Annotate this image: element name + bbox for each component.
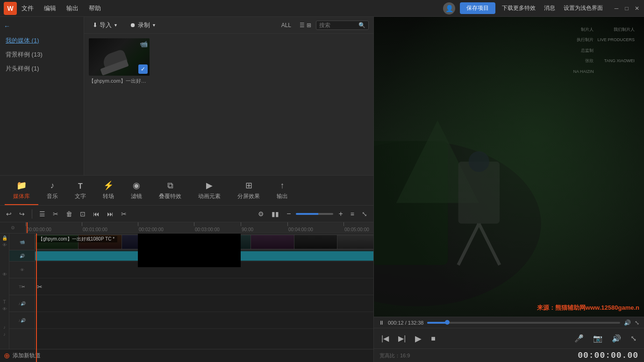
timeline-tracks: 🔒 👁 👁 T 👁 ♪ ♪ 📹 [0, 234, 373, 362]
text-track-icon[interactable]: T [3, 299, 6, 305]
goto-start-button[interactable]: |◀ [379, 332, 392, 345]
back-icon[interactable]: ← [4, 22, 10, 30]
timeline-menu-button[interactable]: ≡ [348, 209, 357, 219]
menu-help[interactable]: 帮助 [87, 3, 103, 14]
download-effects-button[interactable]: 下载更多特效 [500, 3, 537, 13]
undo-button[interactable]: ↩ [4, 209, 14, 219]
text-track-label: T ✂ [9, 278, 35, 295]
menu-export[interactable]: 输出 [64, 3, 80, 14]
left-panel: ← 我的媒体 (1) 背景样例 (13) 片头样例 (1) ⬇ 导入 ▼ ⏺ 录… [0, 17, 374, 362]
waveform-button[interactable]: ▮▮ [269, 209, 281, 219]
sidebar-item-title-samples[interactable]: 片头样例 (1) [0, 62, 84, 76]
redo-button[interactable]: ↪ [17, 209, 27, 219]
play-button[interactable]: ▶ [412, 332, 424, 346]
track-side-controls: 🔒 👁 👁 T 👁 ♪ ♪ [0, 234, 9, 362]
separator [32, 209, 32, 219]
delete-button[interactable]: 🗑 [64, 209, 75, 219]
search-icon: 🔍 [358, 22, 365, 28]
timeline-right-controls: ⚙ ▮▮ − + ≡ ⤡ [256, 208, 370, 220]
video-camera-icon: 📹 [140, 40, 148, 48]
media-toolbar: ⬇ 导入 ▼ ⏺ 录制 ▼ ALL ☰ ⊞ [84, 17, 373, 34]
tab-music[interactable]: ♪ 音乐 [38, 178, 66, 205]
list-view-icon[interactable]: ☰ [300, 22, 305, 28]
svg-rect-3 [374, 141, 448, 265]
text-eye-icon[interactable]: 👁 [2, 306, 7, 312]
audio-settings-button[interactable]: 🔊 [609, 332, 624, 345]
track-layout-button[interactable]: ☰ [37, 209, 48, 219]
crop-button[interactable]: ⊡ [78, 209, 88, 219]
user-avatar[interactable]: 👤 [443, 2, 455, 14]
close-button[interactable]: ✕ [634, 5, 640, 12]
volume-icon[interactable]: 🔊 [624, 319, 631, 326]
prev-frame-button[interactable]: ⏮ [91, 209, 102, 219]
sidebar-item-bg-samples[interactable]: 背景样例 (13) [0, 48, 84, 62]
fullscreen-ctrl-button[interactable]: ⤡ [628, 332, 639, 345]
track-eye-icon[interactable]: 👁 [2, 272, 7, 277]
sidebar-item-my-media[interactable]: 我的媒体 (1) [0, 34, 84, 48]
save-project-button[interactable]: 保存项目 [460, 2, 495, 14]
preview-area: 制片人我们制片人 执行制片LIVE PRODUCERS 总监制 张欣TANG X… [374, 17, 644, 317]
track-labels: 📹 🔊 👁 T ✂ ♪ [9, 234, 35, 362]
add-track-row[interactable]: ⊕ 添加新轨道 [0, 349, 373, 362]
text-track-row: ✂ [35, 278, 373, 295]
search-input[interactable] [319, 22, 357, 28]
snapshot-button[interactable]: 📷 [590, 332, 605, 345]
zoom-out-button[interactable]: − [284, 208, 293, 220]
track-lock-icon[interactable]: 🔒 [2, 235, 7, 241]
tab-filter[interactable]: ◉ 滤镜 [122, 177, 150, 205]
video-clip-label: 【ghpym.com】一出好戏1080P TC * [36, 236, 117, 242]
trim-button[interactable]: ✂ [119, 209, 129, 219]
audio-track-icon[interactable]: ♪ [3, 325, 6, 330]
zoom-in-button[interactable]: + [336, 208, 345, 220]
thumb-image: 📹 ✓ [89, 38, 150, 76]
scrub-pause-button[interactable]: ⏸ [379, 319, 384, 326]
scrub-bar[interactable] [427, 322, 620, 324]
svg-rect-6 [469, 151, 489, 172]
animation-icon: ▶ [206, 180, 213, 191]
goto-end-button[interactable]: ▶| [395, 332, 408, 345]
cut-button[interactable]: ✂ [50, 209, 61, 219]
preview-placeholder: 制片人我们制片人 执行制片LIVE PRODUCERS 总监制 张欣TANG X… [374, 17, 644, 317]
menu-edit[interactable]: 编辑 [42, 3, 58, 14]
svg-rect-5 [458, 162, 500, 224]
auto-ripple-button[interactable]: ⚙ [256, 209, 266, 219]
add-track-label: 添加新轨道 [13, 352, 41, 360]
fullscreen-preview-icon[interactable]: ⤡ [635, 319, 639, 326]
sfx-track-label: ♪ 🔊 [9, 312, 35, 329]
zoom-slider[interactable] [296, 213, 333, 215]
tab-text[interactable]: T 文字 [66, 179, 94, 205]
maximize-button[interactable]: □ [623, 5, 630, 12]
tab-export[interactable]: ↑ 输出 [268, 178, 296, 205]
timeline-ruler: ⚙ 00:00:00:00 00:01:00:00 [0, 222, 373, 234]
stop-button[interactable]: ■ [428, 333, 438, 345]
tab-media-library[interactable]: 📁 媒体库 [5, 177, 38, 205]
mic-button[interactable]: 🎤 [572, 332, 587, 345]
ruler-mark-6: 00:05:00:00 [343, 222, 369, 233]
tab-transition[interactable]: ⚡ 转场 [94, 177, 122, 205]
import-button[interactable]: ⬇ 导入 ▼ [89, 20, 122, 31]
scissors-icon[interactable]: ✂ [37, 283, 43, 291]
ruler-mark-3: 00:03:00:00 [194, 222, 220, 233]
menu-file[interactable]: 文件 [20, 3, 36, 14]
scrub-progress [427, 322, 446, 324]
record-chevron-icon: ▼ [152, 23, 156, 28]
grid-view-icon[interactable]: ⊞ [307, 22, 311, 28]
audio2-track-icon[interactable]: ♪ [3, 332, 6, 337]
media-thumbnail[interactable]: 📹 ✓ 【ghpym.com】一出好戏... [89, 38, 150, 85]
transition-icon: ⚡ [103, 180, 114, 191]
fullscreen-button[interactable]: ⤡ [359, 209, 370, 219]
window-controls: ─ □ ✕ [613, 5, 640, 12]
svg-marker-4 [396, 120, 479, 203]
tab-overlay[interactable]: ⧉ 叠覆特效 [150, 178, 190, 205]
ruler-mark-0: 00:00:00:00 [26, 222, 51, 233]
media-grid: 📹 ✓ 【ghpym.com】一出好戏... [84, 34, 373, 175]
next-frame-button[interactable]: ⏭ [105, 209, 116, 219]
track-visible-icon[interactable]: 👁 [2, 242, 7, 248]
tab-splitscreen[interactable]: ⊞ 分屏效果 [229, 177, 268, 205]
tab-animation[interactable]: ▶ 动画元素 [190, 177, 229, 205]
sidebar: ← 我的媒体 (1) 背景样例 (13) 片头样例 (1) [0, 17, 84, 175]
message-button[interactable]: 消息 [542, 3, 557, 13]
minimize-button[interactable]: ─ [613, 5, 620, 12]
record-button[interactable]: ⏺ 录制 ▼ [126, 20, 160, 31]
settings-button[interactable]: 设置为浅色界面 [562, 3, 605, 13]
